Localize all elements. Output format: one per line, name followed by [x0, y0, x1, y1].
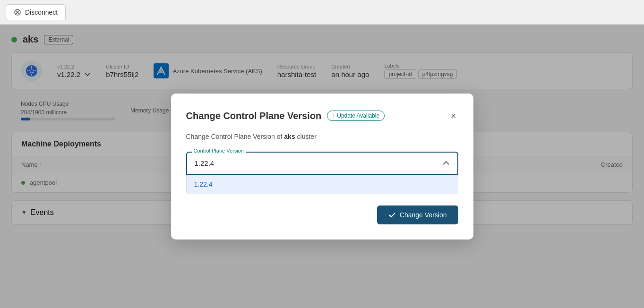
update-arrow-icon: ↑ — [332, 112, 335, 119]
main-content: aks External v1.22.2 v1.22.2 Cluster ID … — [0, 25, 644, 308]
checkmark-icon — [388, 211, 396, 219]
chevron-up-icon — [442, 159, 450, 167]
disconnect-label: Disconnect — [25, 9, 58, 16]
selected-version: 1.22.4 — [195, 159, 215, 167]
disconnect-icon — [14, 9, 21, 16]
change-version-button[interactable]: Change Version — [377, 205, 458, 224]
description-prefix: Change Control Plane Version of — [186, 133, 283, 140]
disconnect-button[interactable]: Disconnect — [6, 4, 66, 20]
update-badge-label: Update Available — [337, 112, 379, 119]
version-field-container: Control Plane Version 1.22.4 1.22.4 — [186, 152, 458, 194]
version-option-1224[interactable]: 1.22.4 — [187, 175, 458, 194]
modal-description: Change Control Plane Version of aks clus… — [186, 133, 458, 140]
modal-close-button[interactable]: × — [449, 109, 458, 123]
modal: Change Control Plane Version ↑ Update Av… — [171, 94, 473, 240]
modal-title-row: Change Control Plane Version ↑ Update Av… — [186, 111, 385, 121]
version-field[interactable]: 1.22.4 — [186, 152, 458, 175]
version-field-label: Control Plane Version — [192, 148, 246, 154]
top-bar: Disconnect — [0, 0, 644, 25]
modal-overlay: Change Control Plane Version ↑ Update Av… — [0, 25, 644, 308]
description-cluster-name: aks — [284, 133, 295, 140]
modal-footer: Change Version — [186, 205, 458, 224]
update-badge: ↑ Update Available — [327, 111, 385, 121]
modal-title: Change Control Plane Version — [186, 111, 322, 121]
modal-header: Change Control Plane Version ↑ Update Av… — [186, 109, 458, 123]
version-dropdown-list: 1.22.4 — [186, 175, 458, 194]
change-version-label: Change Version — [400, 211, 447, 219]
description-suffix-text: cluster — [297, 133, 317, 140]
close-icon: × — [451, 111, 456, 121]
